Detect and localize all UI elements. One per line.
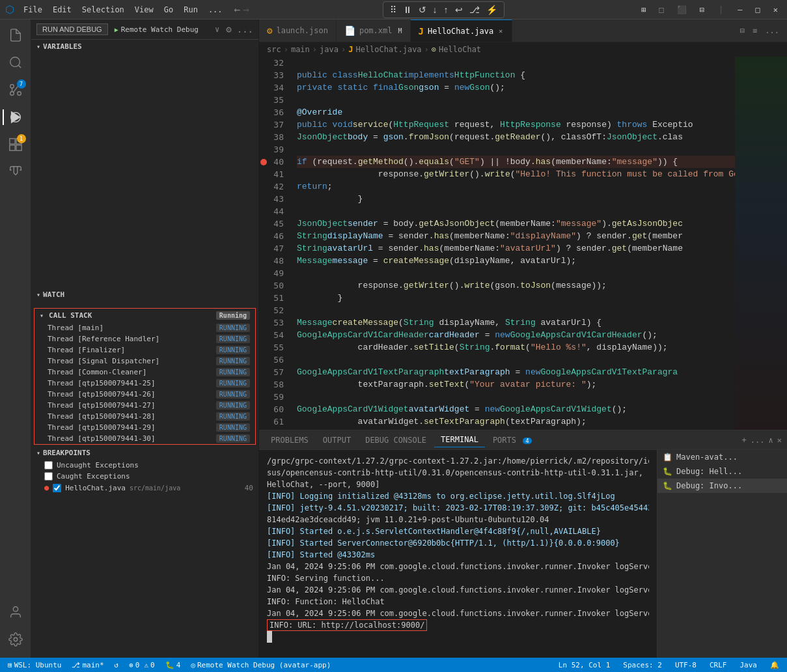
hellochat-checkbox[interactable] xyxy=(53,484,61,492)
breakpoints-header[interactable]: ▾ BREAKPOINTS xyxy=(31,446,258,460)
menu-go[interactable]: Go xyxy=(160,4,177,16)
breadcrumb-java[interactable]: java xyxy=(320,45,338,54)
panel-btn[interactable]: ⬛ xyxy=(673,4,691,16)
uncaught-checkbox[interactable] xyxy=(44,461,53,469)
tab-terminal[interactable]: TERMINAL xyxy=(434,432,485,447)
code-line[interactable]: JsonObject body = gson.fromJson(request.… xyxy=(297,131,735,143)
panel-collapse-btn[interactable]: ∧ xyxy=(769,436,773,445)
close-btn[interactable]: ✕ xyxy=(769,4,782,16)
split-editor-btn[interactable]: ⊟ xyxy=(738,25,747,36)
menu-selection[interactable]: Selection xyxy=(78,4,128,16)
breadcrumb-main[interactable]: main xyxy=(291,45,310,54)
code-line[interactable]: GoogleAppsCardV1CardHeader cardHeader = … xyxy=(297,329,735,341)
thread-item[interactable]: Thread [qtp1500079441-29]RUNNING xyxy=(35,422,255,433)
grid-btn[interactable]: ⊟ xyxy=(696,4,708,16)
tab-output[interactable]: OUTPUT xyxy=(316,433,357,447)
panel-more-btn[interactable]: ... xyxy=(751,436,765,445)
status-spaces[interactable]: Spaces: 2 xyxy=(620,661,665,669)
settings-gear-icon[interactable]: ⚙ xyxy=(226,24,231,35)
menu-edit[interactable]: Edit xyxy=(49,4,76,16)
debug-step-over-btn[interactable]: ↓ xyxy=(430,3,440,16)
panel-add-btn[interactable]: + xyxy=(742,436,747,445)
tab-more-btn[interactable]: ... xyxy=(762,25,782,36)
thread-item[interactable]: Thread [Signal Dispatcher]RUNNING xyxy=(35,356,255,367)
thread-item[interactable]: Thread [qtp1500079441-27]RUNNING xyxy=(35,400,255,411)
more-options-icon[interactable]: ... xyxy=(237,24,253,35)
breadcrumb-filename[interactable]: HelloChat.java xyxy=(355,45,421,54)
status-debug-label[interactable]: ◎ Remote Watch Debug (avatar-app) xyxy=(188,661,333,669)
activity-settings[interactable] xyxy=(3,626,29,652)
code-line[interactable]: textParagraph.setText("Your avatar pictu… xyxy=(297,378,735,391)
tab-ports[interactable]: PORTS 4 xyxy=(486,433,538,447)
code-line[interactable]: public void service(HttpRequest request,… xyxy=(297,119,735,131)
thread-item[interactable]: Thread [Finalizer]RUNNING xyxy=(35,344,255,356)
tab-debug-console[interactable]: DEBUG CONSOLE xyxy=(359,433,433,447)
code-line[interactable] xyxy=(297,143,735,156)
status-wsl[interactable]: ⊞ WSL: Ubuntu xyxy=(5,661,64,669)
thread-item[interactable]: Thread [qtp1500079441-30]RUNNING xyxy=(35,433,255,444)
menu-view[interactable]: View xyxy=(131,4,158,16)
debug-lightning-btn[interactable]: ⚡ xyxy=(484,3,500,16)
maximize-btn[interactable]: □ xyxy=(752,4,764,16)
call-stack-header[interactable]: ▾ CALL STACK Running xyxy=(35,309,255,322)
nav-forward[interactable]: → xyxy=(243,3,249,16)
layout-btn[interactable]: ⊞ xyxy=(637,4,650,16)
menu-file[interactable]: File xyxy=(20,4,46,16)
code-line[interactable]: cardHeader.setTitle(String.format("Hello… xyxy=(297,341,735,354)
sidebar-btn[interactable]: ⬚ xyxy=(656,4,668,16)
debug-undo-btn[interactable]: ↩ xyxy=(452,3,465,16)
caught-checkbox[interactable] xyxy=(44,472,53,481)
code-line[interactable] xyxy=(297,428,735,430)
more-tabs-btn[interactable]: ≡ xyxy=(750,25,760,36)
code-line[interactable]: if (request.getMethod().equals("GET") ||… xyxy=(297,156,735,168)
debug-pause-btn[interactable]: ⏸ xyxy=(400,3,415,16)
thread-item[interactable]: Thread [qtp1500079441-26]RUNNING xyxy=(35,389,255,400)
thread-item[interactable]: Thread [Common-Cleaner]RUNNING xyxy=(35,367,255,378)
code-line[interactable]: response.getWriter().write(gson.toJson(m… xyxy=(297,279,735,292)
code-line[interactable]: response.getWriter().write("Hello! This … xyxy=(297,168,735,180)
terminal-debug-invo[interactable]: 🐛 Debug: Invo... xyxy=(657,479,787,493)
watch-header[interactable]: ▾ WATCH xyxy=(31,288,258,301)
code-line[interactable]: @Override xyxy=(297,106,735,119)
code-line[interactable]: avatarWidget.setTextParagraph(textParagr… xyxy=(297,415,735,428)
code-line[interactable]: } xyxy=(297,193,735,205)
code-line[interactable]: GoogleAppsCardV1Widget avatarWidget = ne… xyxy=(297,403,735,415)
terminal-maven[interactable]: 📋 Maven-avat... xyxy=(657,450,787,464)
status-line-endings[interactable]: CRLF xyxy=(707,661,730,669)
code-line[interactable]: return; xyxy=(297,180,735,193)
status-cursor[interactable]: Ln 52, Col 1 xyxy=(556,661,613,669)
menu-more[interactable]: ... xyxy=(204,4,227,16)
minimize-btn[interactable]: — xyxy=(734,4,746,16)
activity-run-debug[interactable] xyxy=(3,104,29,130)
thread-item[interactable]: Thread [Reference Handler]RUNNING xyxy=(35,333,255,344)
config-dropdown[interactable]: ∨ xyxy=(215,25,219,34)
code-line[interactable]: Message createMessage(String displayName… xyxy=(297,316,735,329)
panel-close-btn[interactable]: ✕ xyxy=(777,436,782,445)
tab-pom-xml[interactable]: 📄 pom.xml M xyxy=(337,20,411,42)
activity-extensions[interactable]: 1 xyxy=(3,132,29,158)
code-line[interactable] xyxy=(297,94,735,106)
nav-back[interactable]: ← xyxy=(234,3,241,16)
thread-item[interactable]: Thread [qtp1500079441-25]RUNNING xyxy=(35,378,255,389)
activity-files[interactable] xyxy=(3,22,29,48)
debug-grid-btn[interactable]: ⠿ xyxy=(387,3,399,16)
activity-account[interactable] xyxy=(3,599,29,625)
status-encoding[interactable]: UTF-8 xyxy=(672,661,699,669)
code-line[interactable]: GoogleAppsCardV1TextParagraph textParagr… xyxy=(297,366,735,378)
breadcrumb-src[interactable]: src xyxy=(267,45,281,54)
code-content[interactable]: public class HelloChat implements HttpFu… xyxy=(292,57,735,430)
debug-branch-btn[interactable]: ⎇ xyxy=(467,3,482,16)
terminal-content[interactable]: /grpc/grpc-context/1.27.2/grpc-context-1… xyxy=(259,450,657,658)
code-line[interactable]: public class HelloChat implements HttpFu… xyxy=(297,69,735,81)
activity-search[interactable] xyxy=(3,49,29,76)
terminal-debug-hell[interactable]: 🐛 Debug: Hell... xyxy=(657,464,787,479)
status-sync[interactable]: ↺ xyxy=(112,661,122,669)
code-line[interactable] xyxy=(297,354,735,366)
code-line[interactable] xyxy=(297,57,735,69)
code-line[interactable] xyxy=(297,205,735,217)
code-line[interactable]: Message message = createMessage(displayN… xyxy=(297,255,735,267)
debug-step-up-btn[interactable]: ↑ xyxy=(441,3,451,16)
tab-problems[interactable]: PROBLEMS xyxy=(264,433,315,447)
breadcrumb-class[interactable]: HelloChat xyxy=(439,45,481,54)
code-line[interactable] xyxy=(297,391,735,403)
